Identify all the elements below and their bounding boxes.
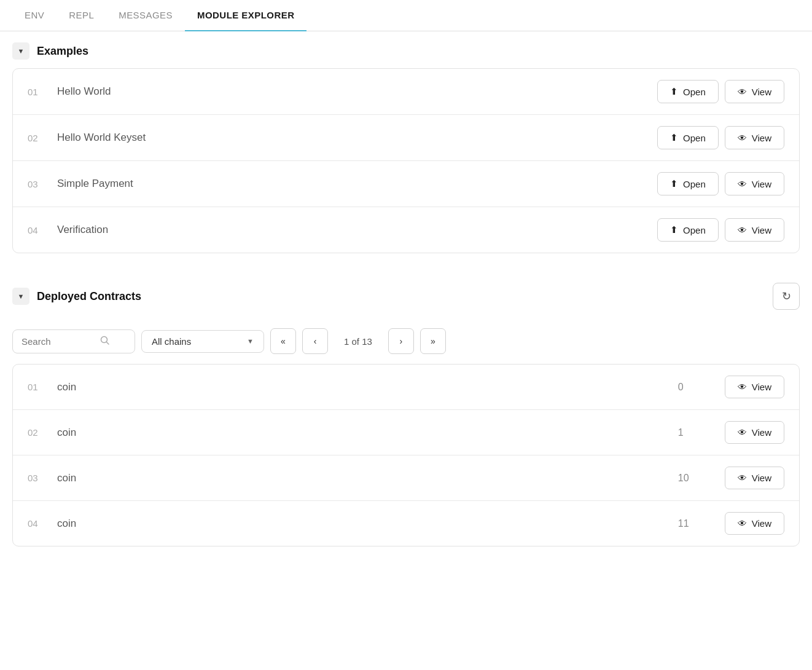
eye-icon: 👁 (738, 427, 747, 438)
pagination-first-btn[interactable]: « (270, 328, 296, 354)
open-button[interactable]: ⬆ Open (657, 218, 719, 242)
chain-filter-dropdown[interactable]: All chains ▼ (141, 330, 264, 353)
eye-icon: 👁 (738, 382, 747, 392)
eye-icon: 👁 (738, 225, 747, 235)
row-actions: 👁 View (725, 376, 784, 398)
view-button[interactable]: 👁 View (725, 126, 784, 149)
chevron-down-icon: ▼ (247, 337, 254, 345)
open-icon: ⬆ (670, 86, 678, 97)
table-row: 01 Hello World ⬆ Open 👁 View (13, 69, 799, 115)
search-box (12, 329, 135, 353)
row-number: 04 (28, 225, 47, 235)
search-icon (100, 336, 110, 347)
open-icon: ⬆ (670, 132, 678, 143)
row-number: 01 (28, 87, 47, 97)
row-actions: 👁 View (725, 421, 784, 444)
deployed-contracts-title: Deployed Contracts (37, 290, 141, 303)
view-label: View (752, 427, 771, 438)
contract-value: 1 (678, 427, 715, 438)
eye-icon: 👁 (738, 87, 747, 97)
open-button[interactable]: ⬆ Open (657, 126, 719, 149)
eye-icon: 👁 (738, 473, 747, 483)
row-name: Verification (57, 224, 647, 236)
row-number: 02 (28, 427, 47, 438)
view-button[interactable]: 👁 View (725, 172, 784, 195)
contract-name: coin (57, 518, 668, 530)
row-actions: ⬆ Open 👁 View (657, 80, 784, 103)
open-label: Open (683, 133, 706, 143)
open-label: Open (683, 179, 706, 189)
table-row: 02 Hello World Keyset ⬆ Open 👁 View (13, 115, 799, 161)
examples-section-header: ▼ Examples (12, 31, 800, 68)
row-actions: ⬆ Open 👁 View (657, 126, 784, 149)
eye-icon: 👁 (738, 133, 747, 143)
view-label: View (752, 87, 771, 97)
view-button[interactable]: 👁 View (725, 376, 784, 398)
tab-env[interactable]: ENV (12, 0, 57, 31)
open-button[interactable]: ⬆ Open (657, 172, 719, 195)
open-label: Open (683, 225, 706, 235)
filter-bar: All chains ▼ « ‹ 1 of 13 › » (12, 318, 800, 364)
row-number: 01 (28, 382, 47, 392)
contract-value: 10 (678, 473, 715, 484)
tab-messages[interactable]: MESSAGES (106, 0, 185, 31)
search-input[interactable] (21, 336, 95, 347)
eye-icon: 👁 (738, 179, 747, 189)
refresh-button[interactable]: ↻ (773, 283, 800, 310)
contract-name: coin (57, 472, 668, 484)
view-button[interactable]: 👁 View (725, 512, 784, 535)
row-number: 03 (28, 179, 47, 189)
row-name: Simple Payment (57, 178, 647, 190)
view-button[interactable]: 👁 View (725, 80, 784, 103)
examples-collapse-btn[interactable]: ▼ (12, 42, 29, 60)
refresh-btn-container: ↻ (773, 283, 800, 310)
row-actions: ⬆ Open 👁 View (657, 218, 784, 242)
table-row: 01 coin 0 👁 View (13, 365, 799, 410)
pagination-last-icon: » (431, 336, 435, 346)
row-number: 04 (28, 518, 47, 529)
row-actions: 👁 View (725, 467, 784, 489)
contract-value: 0 (678, 382, 715, 393)
view-button[interactable]: 👁 View (725, 421, 784, 444)
view-label: View (752, 382, 771, 392)
view-label: View (752, 225, 771, 235)
open-label: Open (683, 87, 706, 97)
main-content: ▼ Examples 01 Hello World ⬆ Open 👁 View … (0, 31, 812, 546)
pagination-prev-btn[interactable]: ‹ (302, 328, 328, 354)
examples-table: 01 Hello World ⬆ Open 👁 View 02 Hello Wo… (12, 68, 800, 253)
deployed-contracts-chevron-icon: ▼ (18, 293, 25, 300)
examples-title: Examples (37, 45, 88, 58)
row-actions: ⬆ Open 👁 View (657, 172, 784, 195)
view-button[interactable]: 👁 View (725, 467, 784, 489)
view-label: View (752, 179, 771, 189)
open-button[interactable]: ⬆ Open (657, 80, 719, 103)
table-row: 03 Simple Payment ⬆ Open 👁 View (13, 161, 799, 207)
deployed-contracts-section-header: ▼ Deployed Contracts ↻ (12, 272, 800, 318)
contracts-table: 01 coin 0 👁 View 02 coin 1 👁 View (12, 364, 800, 546)
contract-value: 11 (678, 518, 715, 529)
tab-repl[interactable]: REPL (57, 0, 106, 31)
row-number: 03 (28, 473, 47, 483)
pagination-prev-icon: ‹ (314, 336, 317, 346)
view-label: View (752, 473, 771, 483)
svg-line-1 (107, 342, 109, 344)
pagination-next-btn[interactable]: › (388, 328, 414, 354)
table-row: 03 coin 10 👁 View (13, 455, 799, 501)
tab-module-explorer[interactable]: MODULE EXPLORER (185, 0, 306, 31)
row-actions: 👁 View (725, 512, 784, 535)
refresh-icon: ↻ (782, 290, 791, 303)
pagination-page-info: 1 of 13 (334, 336, 382, 347)
eye-icon: 👁 (738, 518, 747, 529)
view-label: View (752, 518, 771, 529)
pagination-first-icon: « (281, 336, 286, 346)
tab-bar: ENV REPL MESSAGES MODULE EXPLORER (0, 0, 812, 31)
deployed-contracts-collapse-btn[interactable]: ▼ (12, 288, 29, 305)
table-row: 04 coin 11 👁 View (13, 501, 799, 546)
row-name: Hello World (57, 85, 647, 98)
chain-filter-label: All chains (152, 336, 241, 347)
pagination-last-btn[interactable]: » (420, 328, 446, 354)
contract-name: coin (57, 427, 668, 439)
table-row: 02 coin 1 👁 View (13, 410, 799, 455)
view-button[interactable]: 👁 View (725, 218, 784, 242)
contract-name: coin (57, 381, 668, 393)
